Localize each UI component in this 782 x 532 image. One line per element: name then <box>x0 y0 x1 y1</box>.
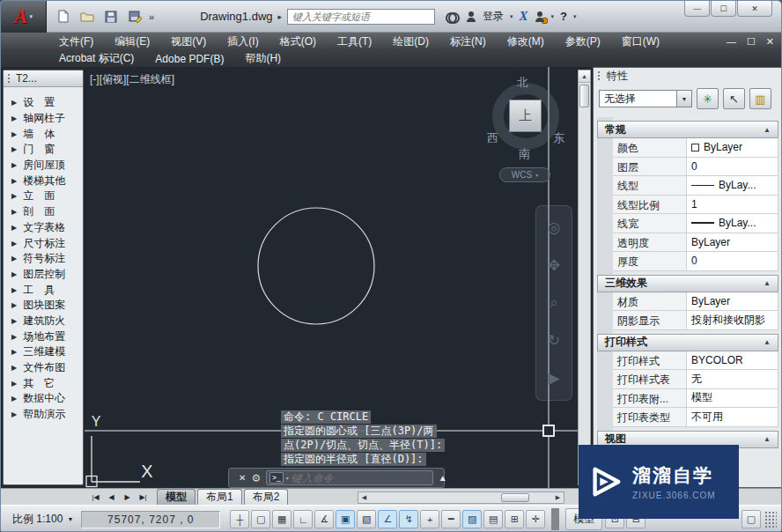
command-history-expand-icon[interactable]: ▲ <box>439 473 447 483</box>
palette-item[interactable]: ▶场地布置 <box>4 329 83 344</box>
save-as-button[interactable] <box>125 8 144 26</box>
property-value[interactable]: 投射和接收阴影 <box>687 311 778 329</box>
command-input-field[interactable]: >_ ▾ <box>266 470 433 485</box>
sign-in-dropdown-icon[interactable]: ▾ <box>510 13 513 20</box>
help-icon[interactable]: ? <box>560 10 567 23</box>
palette-item[interactable]: ▶设 置 <box>4 95 83 111</box>
palette-item[interactable]: ▶图块图案 <box>4 298 83 314</box>
property-value[interactable]: BYCOLOR <box>687 351 778 370</box>
palette-item[interactable]: ▶轴网柱子 <box>4 111 83 127</box>
property-section-header[interactable]: 常规▲ <box>597 121 778 138</box>
menu-item[interactable]: 帮助(H) <box>234 50 291 67</box>
palette-item[interactable]: ▶图层控制 <box>4 267 83 283</box>
next-tab-button[interactable]: ▶ <box>121 491 134 503</box>
last-tab-button[interactable]: ▶| <box>136 491 150 503</box>
3d-object-snap-toggle[interactable]: ▧ <box>357 510 376 528</box>
select-objects-button[interactable]: ↖ <box>723 88 745 109</box>
properties-header[interactable]: 特性 <box>594 68 782 84</box>
palette-item[interactable]: ▶文件布图 <box>4 360 83 376</box>
menu-item[interactable]: 编辑(E) <box>104 33 160 50</box>
navigation-bar[interactable]: ◎✥⌕↻▶ <box>535 205 572 401</box>
property-section-header[interactable]: 打印样式▲ <box>597 334 778 351</box>
tab-模型[interactable]: 模型 <box>157 489 196 505</box>
palette-item[interactable]: ▶数据中心 <box>4 391 83 407</box>
zoom-magnifier-icon[interactable]: ⌕ <box>550 294 558 312</box>
menu-item[interactable]: 参数(P) <box>555 33 611 50</box>
clean-screen-button[interactable]: ▢ <box>741 510 761 528</box>
property-value[interactable]: ByLay... <box>687 176 778 195</box>
property-value[interactable]: 无 <box>687 370 778 388</box>
palette-item[interactable]: ▶墙 体 <box>4 126 83 142</box>
property-row[interactable]: 打印表附...模型 <box>613 389 778 409</box>
command-input[interactable] <box>291 472 430 484</box>
communication-center-icon[interactable] <box>535 11 545 22</box>
menu-item[interactable]: 视图(V) <box>160 33 217 50</box>
exchange-apps-icon[interactable]: X <box>520 9 528 24</box>
palette-item[interactable]: ▶文字表格 <box>4 220 83 236</box>
palette-item[interactable]: ▶帮助演示 <box>4 407 83 423</box>
vertical-scroll-thumb[interactable] <box>579 85 589 107</box>
property-value[interactable]: 1 <box>687 196 778 214</box>
scroll-right-button[interactable]: ▶ <box>552 492 564 503</box>
object-snap-toggle[interactable]: ▣ <box>336 510 355 528</box>
property-value[interactable]: 模型 <box>687 389 778 408</box>
pan-hand-icon[interactable]: ✥ <box>548 256 560 275</box>
wcs-menu-button[interactable]: WCS ▾ <box>499 167 550 182</box>
palette-item[interactable]: ▶建筑防火 <box>4 314 83 329</box>
property-value[interactable]: 不可用 <box>687 408 778 426</box>
property-row[interactable]: 打印表类型不可用 <box>613 408 778 427</box>
menu-item[interactable]: 格式(O) <box>269 33 327 50</box>
qat-expand-icon[interactable]: » <box>149 11 152 22</box>
viewcube-top-face[interactable]: 上 <box>509 100 542 132</box>
selection-type-combo[interactable]: 无选择 ▼ <box>599 90 692 107</box>
maximize-button[interactable]: ☐ <box>711 1 736 17</box>
object-snap-tracking-toggle[interactable]: ∠ <box>378 510 397 528</box>
property-row[interactable]: 厚度0 <box>613 252 778 271</box>
show-lineweight-toggle[interactable]: ━ <box>441 510 461 528</box>
tool-palette-header[interactable]: T2... <box>4 70 83 87</box>
quick-select-button[interactable]: ▥ <box>749 88 771 109</box>
horizontal-scrollbar[interactable]: ◀ ▶ <box>358 491 564 504</box>
menu-item[interactable]: 标注(N) <box>439 33 497 50</box>
menu-item[interactable]: 文件(F) <box>48 33 104 50</box>
menu-item[interactable]: 修改(M) <box>497 33 555 50</box>
property-row[interactable]: 透明度ByLayer <box>613 233 778 253</box>
property-value[interactable]: ByLayer <box>687 292 778 311</box>
new-file-button[interactable] <box>54 8 73 26</box>
palette-item[interactable]: ▶三维建模 <box>4 344 83 360</box>
palette-grip-icon[interactable] <box>7 73 11 84</box>
open-file-button[interactable] <box>77 8 97 26</box>
menu-item[interactable]: 工具(T) <box>327 33 382 50</box>
minimize-button[interactable]: — <box>684 1 710 17</box>
menu-item[interactable]: Acrobat 标记(C) <box>48 50 144 67</box>
grid-display-toggle[interactable]: ▦ <box>272 510 291 528</box>
sign-in-button[interactable]: 登录 <box>483 9 504 24</box>
viewcube-south-label[interactable]: 南 <box>519 146 530 162</box>
property-value[interactable]: ByLayer <box>687 138 778 157</box>
viewcube-west-label[interactable]: 西 <box>487 130 498 146</box>
palette-item[interactable]: ▶尺寸标注 <box>4 235 83 251</box>
orbit-icon[interactable]: ↻ <box>548 331 560 350</box>
command-bar-customize-icon[interactable]: ⚙ <box>251 472 261 484</box>
palette-item[interactable]: ▶楼梯其他 <box>4 173 83 188</box>
property-row[interactable]: 打印样式BYCOLOR <box>613 351 778 371</box>
palette-item[interactable]: ▶房间屋顶 <box>4 158 83 174</box>
comm-dropdown-icon[interactable]: ▾ <box>551 13 555 20</box>
show-transparency-toggle[interactable]: ▨ <box>462 510 482 528</box>
polar-tracking-toggle[interactable]: ∡ <box>314 510 334 528</box>
command-bar-close-icon[interactable]: ✕ <box>239 473 246 483</box>
annotation-scale-button[interactable]: 比例 1:100 ▼ <box>7 510 78 528</box>
annotation-scale-toggle[interactable]: ✛ <box>526 510 545 528</box>
palette-item[interactable]: ▶剖 面 <box>4 204 83 220</box>
save-button[interactable] <box>101 8 121 26</box>
menu-item[interactable]: 窗口(W) <box>611 33 670 50</box>
quick-properties-toggle[interactable]: ▤ <box>483 510 503 528</box>
infocenter-search-input[interactable] <box>287 9 435 25</box>
toggle-pickadd-button[interactable]: ✳ <box>697 88 719 109</box>
property-row[interactable]: 阴影显示投射和接收阴影 <box>613 311 778 330</box>
coordinate-display[interactable]: 75707, 7207 , 0 <box>81 511 220 528</box>
property-row[interactable]: 颜色ByLayer <box>613 138 778 158</box>
search-binoculars-icon[interactable] <box>446 12 460 21</box>
first-tab-button[interactable]: |◀ <box>89 491 102 503</box>
property-row[interactable]: 线型比例1 <box>613 196 778 215</box>
